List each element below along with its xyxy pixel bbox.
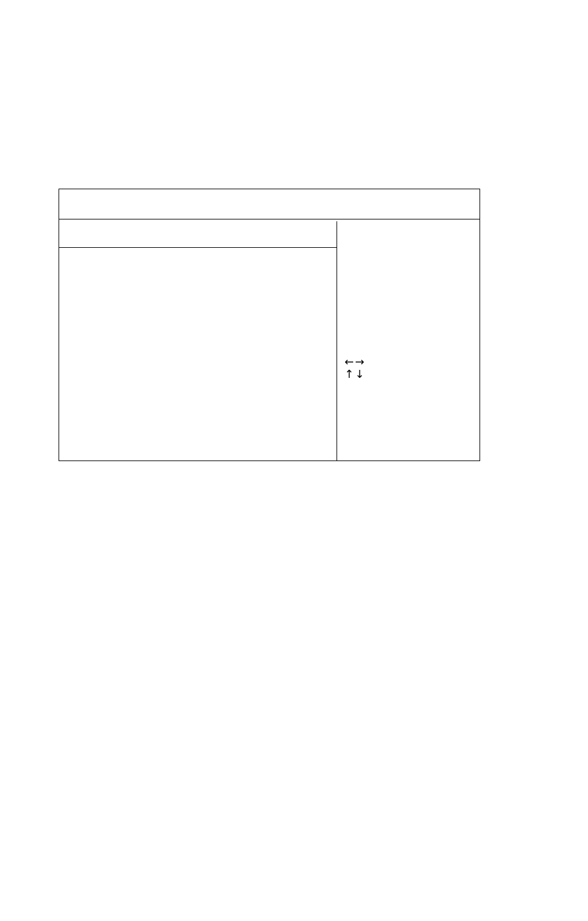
arrow-up-icon: ↑ <box>345 368 355 380</box>
title-bar <box>59 189 480 219</box>
arrow-right-icon: → <box>355 356 365 368</box>
controls-legend: ←→ ↑↓ <box>345 356 382 380</box>
game-area-top-divider <box>59 247 337 248</box>
side-panel: ←→ ↑↓ <box>337 221 480 460</box>
arrow-left-icon: ← <box>345 356 355 368</box>
arrow-down-icon: ↓ <box>355 368 365 380</box>
game-area[interactable] <box>59 221 337 460</box>
game-window: ←→ ↑↓ <box>59 189 480 461</box>
title-bar-bottom-line-1 <box>59 219 480 219</box>
